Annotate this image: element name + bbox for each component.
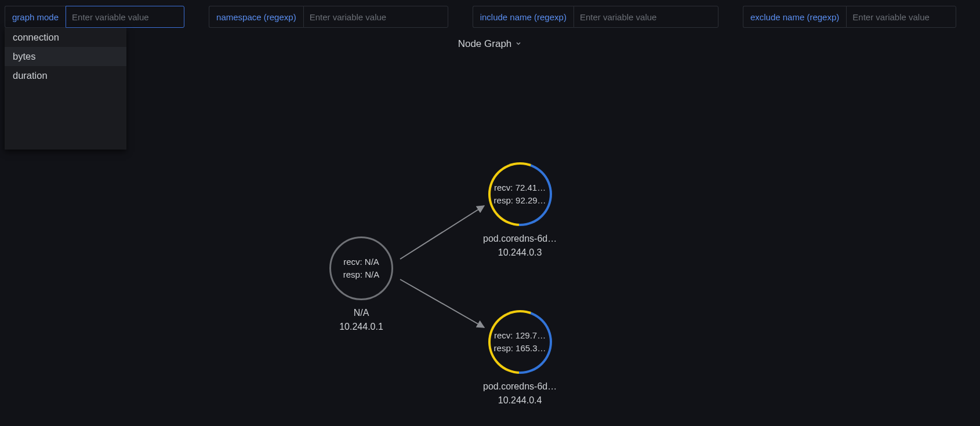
variable-bar: graph mode connection bytes duration nam… (0, 0, 980, 34)
graph-node-n1[interactable]: recv: N/A resp: N/A N/A 10.244.0.1 (329, 236, 393, 334)
node-resp: resp: 165.3… (494, 342, 546, 355)
graph-node-n3[interactable]: recv: 129.7… resp: 165.3… pod.coredns-6d… (483, 310, 557, 407)
node-resp: resp: 92.29… (494, 194, 546, 207)
node-recv: recv: N/A (343, 256, 380, 268)
node-subtitle: 10.244.0.3 (483, 246, 557, 260)
var-exclude: exclude name (regexp) (743, 6, 956, 28)
var-input-include[interactable] (574, 6, 718, 28)
dropdown-item-bytes[interactable]: bytes (5, 47, 126, 66)
node-title: pod.coredns-6d… (483, 232, 557, 246)
var-label-graph-mode: graph mode (5, 6, 66, 28)
node-recv: recv: 129.7… (494, 329, 546, 342)
var-label-namespace: namespace (regexp) (209, 6, 303, 28)
dropdown-item-connection[interactable]: connection (5, 28, 126, 47)
node-resp: resp: N/A (343, 268, 380, 281)
node-subtitle: 10.244.0.4 (483, 394, 557, 407)
node-circle: recv: N/A resp: N/A (329, 236, 393, 300)
node-title: pod.coredns-6d… (483, 380, 557, 394)
var-input-namespace[interactable] (303, 6, 448, 28)
var-namespace: namespace (regexp) (209, 6, 448, 28)
node-subtitle: 10.244.0.1 (339, 320, 383, 334)
var-include: include name (regexp) (473, 6, 718, 28)
svg-line-1 (400, 279, 484, 327)
panel-header[interactable]: Node Graph (0, 34, 980, 52)
var-input-graph-mode[interactable] (66, 6, 184, 28)
var-label-include: include name (regexp) (473, 6, 574, 28)
node-recv: recv: 72.41… (494, 181, 546, 194)
dropdown-item-duration[interactable]: duration (5, 66, 126, 85)
node-graph[interactable]: recv: N/A resp: N/A N/A 10.244.0.1 recv:… (0, 52, 980, 423)
panel-title: Node Graph (458, 38, 512, 50)
node-circle: recv: 72.41… resp: 92.29… (488, 162, 552, 226)
var-graph-mode: graph mode connection bytes duration (5, 6, 184, 28)
var-label-exclude: exclude name (regexp) (743, 6, 846, 28)
node-circle: recv: 129.7… resp: 165.3… (488, 310, 552, 374)
svg-line-0 (400, 206, 484, 259)
graph-mode-dropdown: connection bytes duration (5, 28, 126, 150)
graph-node-n2[interactable]: recv: 72.41… resp: 92.29… pod.coredns-6d… (483, 162, 557, 260)
var-input-exclude[interactable] (846, 6, 956, 28)
chevron-down-icon (515, 38, 522, 50)
node-title: N/A (339, 306, 383, 320)
